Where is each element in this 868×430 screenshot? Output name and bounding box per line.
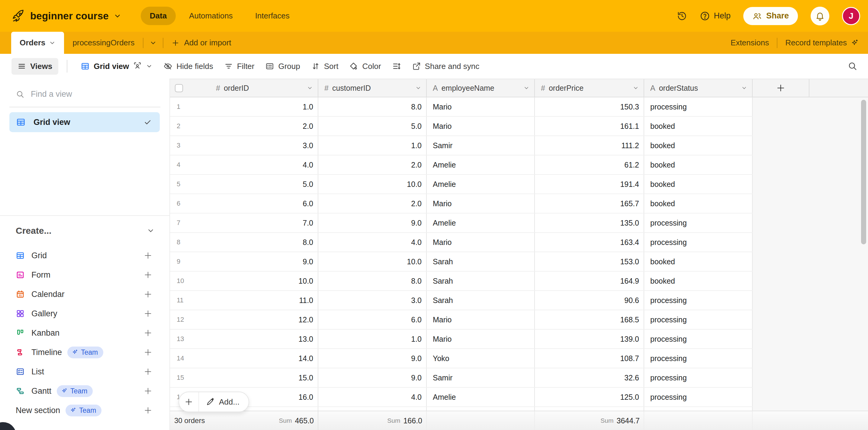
record-templates-button[interactable]: Record templates xyxy=(785,38,859,48)
create-list-item[interactable]: List xyxy=(0,362,170,381)
cell-orderStatus[interactable]: processing xyxy=(644,349,753,368)
cell-orderPrice[interactable]: 163.4 xyxy=(535,233,644,252)
cell-orderPrice[interactable]: 139.0 xyxy=(535,329,644,348)
create-new-section-item[interactable]: New section Team xyxy=(0,401,170,420)
share-and-sync-button[interactable]: Share and sync xyxy=(406,58,485,75)
cell-orderPrice[interactable]: 90.6 xyxy=(535,291,644,310)
cell-orderPrice[interactable]: 61.2 xyxy=(535,155,644,174)
cell-orderID[interactable]: 1010.0 xyxy=(170,271,318,290)
create-calendar-item[interactable]: 31 Calendar xyxy=(0,285,170,304)
plus-icon[interactable] xyxy=(144,251,153,260)
chevron-down-icon[interactable] xyxy=(633,85,639,91)
plus-icon[interactable] xyxy=(144,386,153,396)
create-timeline-item[interactable]: Timeline Team xyxy=(0,343,170,362)
cell-orderStatus[interactable]: processing xyxy=(644,97,753,116)
tab-orders[interactable]: Orders xyxy=(11,32,64,54)
summary-orderPrice[interactable]: Sum 3644.7 xyxy=(535,411,644,430)
column-header-orderStatus[interactable]: AorderStatus xyxy=(644,79,753,97)
cell-employeeName[interactable]: Mario xyxy=(427,194,535,213)
plus-icon[interactable] xyxy=(144,328,153,338)
summary-customerID[interactable]: Sum 166.0 xyxy=(318,411,427,430)
cell-customerID[interactable]: 1.0 xyxy=(318,136,427,155)
column-header-employeeName[interactable]: AemployeeName xyxy=(427,79,535,97)
help-button[interactable]: Help xyxy=(700,11,731,21)
cell-orderPrice[interactable]: 161.1 xyxy=(535,117,644,136)
cell-orderPrice[interactable]: 111.2 xyxy=(535,136,644,155)
hide-fields-button[interactable]: Hide fields xyxy=(158,58,218,75)
cell-orderID[interactable]: 33.0 xyxy=(170,136,318,155)
create-section-header[interactable]: Create... xyxy=(16,226,155,236)
tab-automations[interactable]: Automations xyxy=(180,7,242,25)
create-gallery-item[interactable]: Gallery xyxy=(0,304,170,323)
cell-orderStatus[interactable]: booked xyxy=(644,117,753,136)
cell-customerID[interactable]: 6.0 xyxy=(318,310,427,329)
cell-customerID[interactable]: 3.0 xyxy=(318,291,427,310)
cell-orderPrice[interactable]: 168.5 xyxy=(535,310,644,329)
cell-orderStatus[interactable]: booked xyxy=(644,155,753,174)
cell-employeeName[interactable]: Mario xyxy=(427,97,535,116)
cell-employeeName[interactable]: Samir xyxy=(427,368,535,387)
cell-orderID[interactable]: 55.0 xyxy=(170,175,318,194)
cell-orderPrice[interactable]: 108.7 xyxy=(535,349,644,368)
cell-customerID[interactable]: 10.0 xyxy=(318,175,427,194)
cell-customerID[interactable]: 2.0 xyxy=(318,155,427,174)
column-header-customerID[interactable]: #customerID xyxy=(318,79,427,97)
cell-customerID[interactable]: 8.0 xyxy=(318,97,427,116)
cell-orderID[interactable]: 1313.0 xyxy=(170,329,318,348)
sidebar-item-grid-view[interactable]: Grid view xyxy=(9,112,160,132)
cell-employeeName[interactable]: Amelie xyxy=(427,213,535,232)
search-icon[interactable] xyxy=(847,61,858,71)
share-button[interactable]: Share xyxy=(743,7,798,25)
cell-orderID[interactable]: 1414.0 xyxy=(170,349,318,368)
create-form-item[interactable]: Form xyxy=(0,265,170,285)
cell-orderStatus[interactable]: booked xyxy=(644,175,753,194)
cell-employeeName[interactable]: Mario xyxy=(427,310,535,329)
cell-orderStatus[interactable]: booked xyxy=(644,194,753,213)
views-button[interactable]: Views xyxy=(11,58,58,75)
cell-orderStatus[interactable]: booked xyxy=(644,271,753,290)
cell-employeeName[interactable]: Sarah xyxy=(427,252,535,271)
cell-orderStatus[interactable]: booked xyxy=(644,136,753,155)
tab-processing-orders[interactable]: processingOrders xyxy=(64,32,143,54)
add-record-plus-button[interactable] xyxy=(179,392,199,411)
cell-orderID[interactable]: 1212.0 xyxy=(170,310,318,329)
cell-customerID[interactable]: 9.0 xyxy=(318,213,427,232)
cell-orderPrice[interactable]: 164.9 xyxy=(535,271,644,290)
cell-orderPrice[interactable]: 191.4 xyxy=(535,175,644,194)
cell-orderID[interactable]: 44.0 xyxy=(170,155,318,174)
cell-orderStatus[interactable]: processing xyxy=(644,368,753,387)
cell-orderPrice[interactable]: 153.0 xyxy=(535,252,644,271)
create-gantt-item[interactable]: Gantt Team xyxy=(0,381,170,401)
column-header-orderPrice[interactable]: #orderPrice xyxy=(535,79,644,97)
plus-icon[interactable] xyxy=(144,406,153,415)
cell-customerID[interactable]: 4.0 xyxy=(318,388,427,406)
cell-orderStatus[interactable]: processing xyxy=(644,388,753,406)
filter-button[interactable]: Filter xyxy=(219,58,260,75)
group-button[interactable]: Group xyxy=(260,58,305,75)
history-icon[interactable] xyxy=(677,11,687,21)
cell-orderID[interactable]: 1111.0 xyxy=(170,291,318,310)
find-view-input[interactable] xyxy=(31,89,140,99)
chevron-down-icon[interactable] xyxy=(415,85,421,91)
plus-icon[interactable] xyxy=(144,270,153,279)
cell-orderID[interactable]: 1515.0 xyxy=(170,368,318,387)
current-view-button[interactable]: Grid view xyxy=(75,58,158,75)
chevron-down-icon[interactable] xyxy=(307,85,313,91)
cell-customerID[interactable]: 8.0 xyxy=(318,271,427,290)
cell-orderID[interactable]: 66.0 xyxy=(170,194,318,213)
cell-employeeName[interactable]: Amelie xyxy=(427,155,535,174)
cell-orderID[interactable]: 77.0 xyxy=(170,213,318,232)
cell-employeeName[interactable]: Yoko xyxy=(427,349,535,368)
cell-customerID[interactable]: 4.0 xyxy=(318,233,427,252)
cell-employeeName[interactable]: Sarah xyxy=(427,291,535,310)
cell-customerID[interactable]: 5.0 xyxy=(318,117,427,136)
column-header-orderID[interactable]: #orderID xyxy=(170,79,318,97)
cell-orderPrice[interactable]: 165.7 xyxy=(535,194,644,213)
cell-orderStatus[interactable]: processing xyxy=(644,233,753,252)
add-or-import-button[interactable]: Add or import xyxy=(163,32,239,54)
chevron-down-icon[interactable] xyxy=(741,85,747,91)
extensions-button[interactable]: Extensions xyxy=(731,38,769,48)
cell-customerID[interactable]: 9.0 xyxy=(318,368,427,387)
plus-icon[interactable] xyxy=(144,348,153,357)
plus-icon[interactable] xyxy=(144,309,153,318)
